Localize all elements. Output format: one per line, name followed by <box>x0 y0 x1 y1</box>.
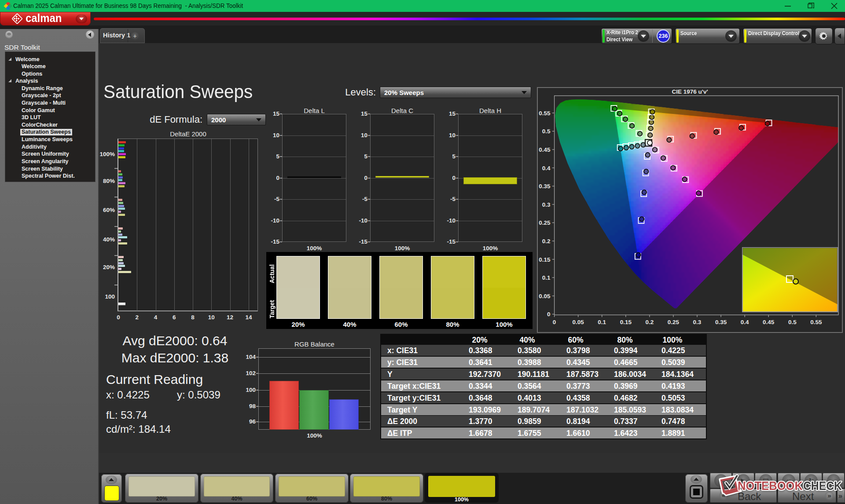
svg-text:0.1: 0.1 <box>598 319 606 325</box>
svg-text:0.55: 0.55 <box>810 319 822 325</box>
svg-text:0.5: 0.5 <box>542 128 551 135</box>
svg-text:0.3: 0.3 <box>693 319 702 325</box>
svg-text:0.35: 0.35 <box>539 183 551 190</box>
svg-text:0.15: 0.15 <box>539 256 551 263</box>
svg-text:0.3: 0.3 <box>542 201 551 208</box>
svg-text:CHECK: CHECK <box>803 479 842 493</box>
svg-text:0.4: 0.4 <box>542 165 551 172</box>
svg-text:0.25: 0.25 <box>539 219 551 226</box>
svg-text:0.1: 0.1 <box>542 274 551 281</box>
svg-text:0.2: 0.2 <box>542 238 551 245</box>
svg-text:0.5: 0.5 <box>788 319 797 325</box>
svg-text:0: 0 <box>553 319 556 325</box>
svg-text:0.45: 0.45 <box>763 319 775 325</box>
svg-text:0.2: 0.2 <box>646 319 654 325</box>
svg-text:0.55: 0.55 <box>539 110 551 117</box>
svg-text:0.35: 0.35 <box>715 319 727 325</box>
svg-text:NOTEBOOK: NOTEBOOK <box>738 479 803 493</box>
svg-text:0.05: 0.05 <box>573 319 584 325</box>
svg-text:0.4: 0.4 <box>741 319 749 325</box>
svg-text:0: 0 <box>547 311 551 318</box>
svg-text:0.15: 0.15 <box>620 319 632 325</box>
svg-text:0.45: 0.45 <box>539 146 551 153</box>
svg-text:0.25: 0.25 <box>668 319 680 325</box>
svg-text:0.05: 0.05 <box>539 293 551 299</box>
